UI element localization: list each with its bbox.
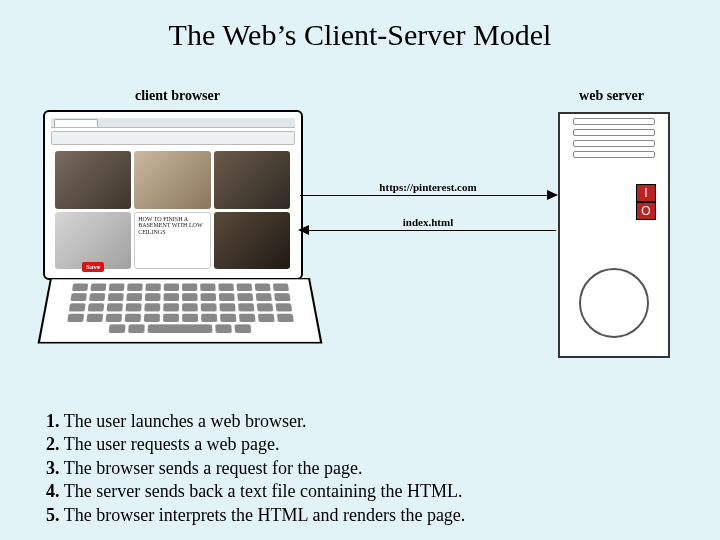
save-pin-button: Save <box>82 262 104 272</box>
laptop-screen: HOW TO FINISH A BASEMENT WITH LOW CEILIN… <box>43 110 303 280</box>
thumbnail: HOW TO FINISH A BASEMENT WITH LOW CEILIN… <box>134 212 211 270</box>
client-label: client browser <box>135 88 220 104</box>
client-laptop-icon: HOW TO FINISH A BASEMENT WITH LOW CEILIN… <box>30 110 315 360</box>
thumbnail <box>55 151 132 209</box>
browser-addressbar <box>51 131 295 145</box>
server-io-i: I <box>636 184 656 202</box>
laptop-keyboard <box>38 278 323 343</box>
webpage-content: HOW TO FINISH A BASEMENT WITH LOW CEILIN… <box>51 148 295 272</box>
web-server-icon: I O <box>558 112 670 358</box>
steps-list: 1. The user launches a web browser. 2. T… <box>46 410 465 527</box>
list-item: 3. The browser sends a request for the p… <box>46 457 465 480</box>
thumbnail <box>214 151 291 209</box>
list-item: 5. The browser interprets the HTML and r… <box>46 504 465 527</box>
request-arrow: https://pinterest.com <box>300 195 556 196</box>
list-item: 2. The user requests a web page. <box>46 433 465 456</box>
browser-tabbar <box>51 118 295 128</box>
slide-title: The Web’s Client-Server Model <box>0 0 720 52</box>
server-label: web server <box>579 88 644 104</box>
thumbnail <box>55 212 132 270</box>
server-io-o: O <box>636 202 656 220</box>
server-io-badge: I O <box>636 184 656 220</box>
response-arrow: index.html <box>300 230 556 231</box>
response-file: index.html <box>403 216 453 228</box>
list-item: 4. The server sends back a text file con… <box>46 480 465 503</box>
thumbnail <box>214 212 291 270</box>
request-url: https://pinterest.com <box>379 181 476 193</box>
list-item: 1. The user launches a web browser. <box>46 410 465 433</box>
thumbnail <box>134 151 211 209</box>
server-disc-icon <box>579 268 649 338</box>
